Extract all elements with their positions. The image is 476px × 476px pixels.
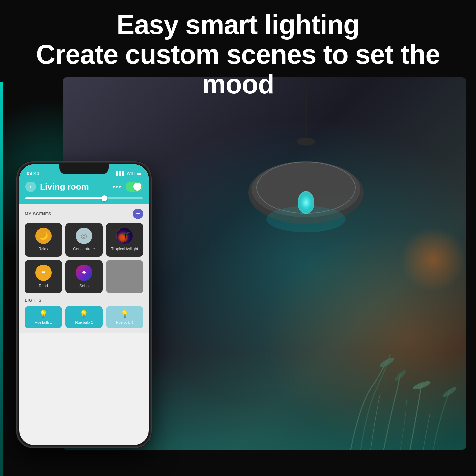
signal-icon: ▌▌▌ <box>116 171 125 176</box>
bulb-name-2: Hue bulb 2 <box>75 321 93 324</box>
svg-point-7 <box>266 206 346 232</box>
bulb-name-1: Hue bulb 1 <box>35 321 52 324</box>
light-card-1[interactable]: 💡 Hue bulb 1 <box>25 306 62 328</box>
wifi-icon: WiFi <box>127 171 135 176</box>
volume-up-button <box>16 223 17 243</box>
soho-label: Soho <box>79 284 89 289</box>
brightness-knob <box>101 195 107 201</box>
status-time: 09:41 <box>27 170 39 176</box>
teal-edge <box>0 82 3 476</box>
scenes-section-header: MY SCENES + <box>25 209 143 219</box>
phone-screen: 09:41 ▌▌▌ WiFi ▬ ‹ Living room ••• <box>19 164 149 445</box>
add-scene-button[interactable]: + <box>133 209 143 219</box>
light-card-3[interactable]: 💡 Hue bulb 3 <box>106 306 143 328</box>
scene-concentrate[interactable]: ◎ Concentrate <box>65 223 102 257</box>
header-line2: Create custom scenes to set the mood <box>0 40 476 99</box>
concentrate-label: Concentrate <box>73 247 95 252</box>
room-title: Living room <box>40 182 113 192</box>
battery-icon: ▬ <box>137 171 141 176</box>
plants <box>334 334 466 450</box>
scene-soho[interactable]: ✦ Soho <box>65 260 102 294</box>
mute-button <box>16 205 17 218</box>
brightness-row <box>19 197 149 204</box>
svg-point-9 <box>393 369 407 382</box>
scenes-section-title: MY SCENES <box>25 211 51 216</box>
power-button <box>151 215 152 238</box>
lights-section-title: LIGHTS <box>25 298 143 303</box>
bulb-name-3: Hue bulb 3 <box>116 321 133 324</box>
bulb-icon-3: 💡 <box>120 310 129 319</box>
svg-point-11 <box>442 386 457 399</box>
relax-icon: 🌙 <box>35 228 52 244</box>
tropical-label: Tropical twilight <box>111 247 138 252</box>
room-toggle[interactable] <box>126 182 143 192</box>
app-content: MY SCENES + 🌙 Relax ◎ Concentrate <box>19 204 149 333</box>
svg-point-10 <box>412 380 431 391</box>
read-icon: ≡ <box>35 265 52 281</box>
header: Easy smart lighting Create custom scenes… <box>0 10 476 99</box>
lights-grid: 💡 Hue bulb 1 💡 Hue bulb 2 💡 Hue bulb 3 <box>25 306 143 328</box>
brightness-slider[interactable] <box>25 197 143 199</box>
back-button[interactable]: ‹ <box>25 182 36 192</box>
svg-point-8 <box>378 356 395 369</box>
pendant-lamp <box>237 84 375 308</box>
phone-frame: 09:41 ▌▌▌ WiFi ▬ ‹ Living room ••• <box>16 161 152 448</box>
read-label: Read <box>39 284 48 289</box>
svg-point-1 <box>297 138 315 146</box>
light-card-2[interactable]: 💡 Hue bulb 2 <box>65 306 102 328</box>
scenes-grid: 🌙 Relax ◎ Concentrate <box>25 223 143 293</box>
scene-tropical[interactable]: Tropical twilight <box>106 223 143 257</box>
soho-icon: ✦ <box>76 265 92 281</box>
room-header[interactable]: ‹ Living room ••• <box>19 179 149 197</box>
room-menu-button[interactable]: ••• <box>113 183 122 191</box>
concentrate-icon: ◎ <box>76 228 92 244</box>
scene-relax[interactable]: 🌙 Relax <box>25 223 62 257</box>
bulb-icon-1: 💡 <box>39 310 48 319</box>
header-line1: Easy smart lighting <box>0 10 476 40</box>
bulb-icon-2: 💡 <box>79 310 88 319</box>
volume-down-button <box>16 247 17 267</box>
phone-notch <box>59 164 109 174</box>
relax-label: Relax <box>38 247 48 252</box>
scene-read[interactable]: ≡ Read <box>25 260 62 294</box>
brightness-fill <box>25 197 107 199</box>
phone-container: 09:41 ▌▌▌ WiFi ▬ ‹ Living room ••• <box>16 161 152 448</box>
scene-partial <box>106 260 143 294</box>
toggle-knob <box>133 183 141 191</box>
tropical-icon <box>116 228 133 244</box>
status-icons: ▌▌▌ WiFi ▬ <box>116 171 141 176</box>
